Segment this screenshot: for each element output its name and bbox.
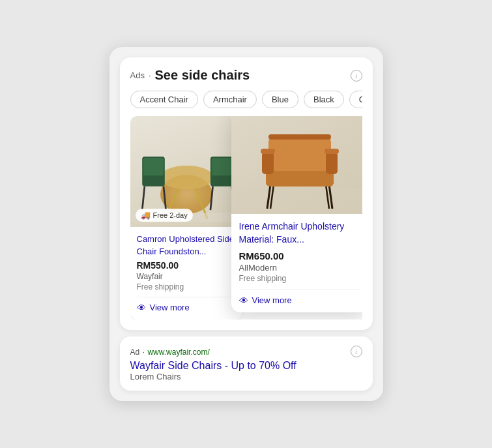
wayfair-info-icon[interactable]: i	[351, 346, 362, 357]
product-info-1: Camron Upholstered Side Chair Foundston.…	[130, 227, 243, 319]
ads-label: Ads	[130, 70, 145, 80]
ads-title: See side chairs	[155, 68, 250, 83]
filter-pill-accent-chair[interactable]: Accent Chair	[130, 91, 198, 108]
phone-container: Ads · See side chairs i Accent Chair Arm…	[109, 47, 383, 400]
product-card-1[interactable]: 🚚 Free 2-day Camron Upholstered Side Cha…	[130, 116, 243, 319]
wayfair-url: www.wayfair.com/	[147, 348, 209, 357]
product-price-1: RM550.00	[137, 260, 237, 271]
svg-rect-5	[143, 158, 164, 175]
filter-pill-blue[interactable]: Blue	[262, 91, 298, 108]
popup-shipping: Free shipping	[239, 274, 360, 283]
product-img-1: 🚚 Free 2-day	[130, 116, 243, 227]
view-more-label-1: View more	[150, 303, 190, 312]
ads-title-row: Ads · See side chairs	[130, 68, 250, 83]
product-shipping-1: Free shipping	[137, 282, 237, 291]
info-icon[interactable]: i	[351, 70, 362, 82]
badge-text-1: Free 2-day	[153, 211, 188, 219]
popup-view-more-label: View more	[252, 295, 292, 305]
popup-info: Irene Armchair Upholstery Material: Faux…	[231, 214, 362, 312]
product-grid: 🚚 Free 2-day Camron Upholstered Side Cha…	[130, 116, 362, 319]
svg-point-3	[160, 166, 213, 189]
truck-icon: 🚚	[141, 211, 151, 220]
popup-product-name[interactable]: Irene Armchair Upholstery Material: Faux…	[239, 220, 360, 246]
svg-rect-23	[325, 149, 339, 154]
svg-line-7	[163, 187, 166, 210]
popup-card-irene[interactable]: Irene Armchair Upholstery Material: Faux…	[231, 116, 362, 312]
svg-line-10	[210, 187, 212, 210]
filter-pill-black[interactable]: Black	[304, 91, 344, 108]
shipping-badge-1: 🚚 Free 2-day	[136, 209, 193, 222]
popup-img-orange-chair	[231, 116, 362, 214]
filter-pill-gray[interactable]: Gray	[349, 91, 362, 108]
filter-pills: Accent Chair Armchair Blue Black Gray	[130, 91, 362, 108]
popup-seller: AllModern	[239, 263, 360, 273]
wayfair-title[interactable]: Wayfair Side Chairs - Up to 70% Off	[130, 360, 362, 372]
svg-rect-19	[268, 137, 331, 171]
product-seller-1: Wayfair	[137, 272, 237, 281]
ads-dot: ·	[149, 70, 151, 80]
ads-card: Ads · See side chairs i Accent Chair Arm…	[120, 57, 373, 329]
view-more-btn-1[interactable]: 👁 View more	[137, 297, 237, 313]
svg-rect-20	[262, 152, 274, 174]
ads-header: Ads · See side chairs i	[130, 68, 362, 83]
wayfair-header: Ad · www.wayfair.com/ i	[130, 346, 362, 357]
wayfair-ad-card: Ad · www.wayfair.com/ i Wayfair Side Cha…	[120, 336, 373, 391]
eye-icon-1: 👁	[137, 303, 146, 313]
wayfair-ad-label: Ad	[130, 348, 140, 357]
svg-rect-24	[268, 134, 331, 140]
wayfair-sub: Lorem Chairs	[130, 372, 362, 381]
eye-icon-popup: 👁	[239, 295, 248, 306]
popup-price: RM650.00	[239, 250, 360, 261]
wayfair-dot: ·	[143, 348, 145, 357]
filter-pill-armchair[interactable]: Armchair	[203, 91, 257, 108]
svg-rect-9	[211, 158, 231, 175]
svg-rect-21	[326, 152, 338, 174]
popup-view-more[interactable]: 👁 View more	[239, 290, 360, 306]
svg-rect-22	[261, 149, 275, 154]
svg-rect-13	[235, 188, 362, 214]
wayfair-ad-info: Ad · www.wayfair.com/	[130, 346, 210, 357]
product-name-1[interactable]: Camron Upholstered Side Chair Foundston.…	[137, 233, 237, 257]
svg-line-6	[142, 187, 145, 210]
